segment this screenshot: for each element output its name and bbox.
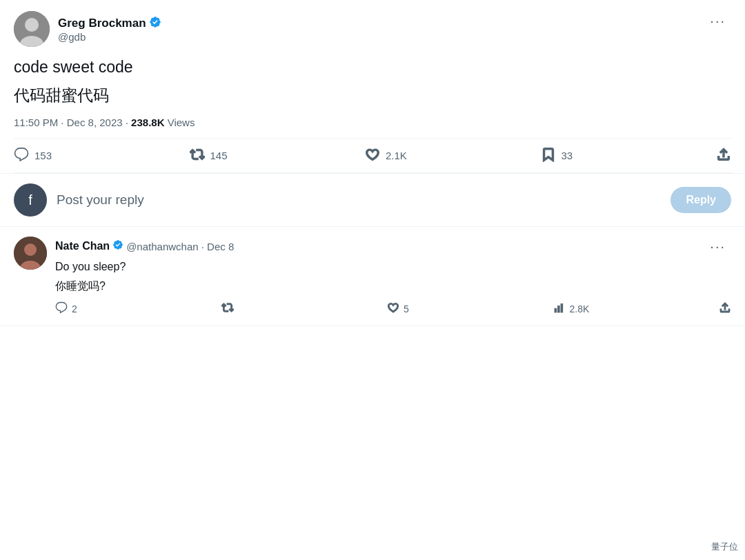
reply-icon (14, 147, 29, 164)
reply-avatar-letter: f (28, 192, 32, 208)
tweet-actions: 153 145 2.1K 33 (14, 138, 731, 173)
avatar (14, 11, 50, 47)
tweet-views-label: Views (164, 117, 195, 128)
reply-button[interactable]: Reply (670, 187, 731, 213)
retweet-action[interactable]: 145 (190, 147, 366, 164)
reply-text-en: Do you sleep? (55, 259, 731, 275)
reply-views-icon (553, 301, 566, 316)
watermark: 量子位 (711, 541, 738, 553)
tweet-container: Greg Brockman @gdb ··· code sweet code 代… (0, 0, 745, 174)
reply-content: Nate Chan @nathanwchan · Dec 8 ··· Do yo… (55, 237, 731, 316)
tweet-timestamp: 11:50 PM · Dec 8, 2023 · (14, 117, 131, 128)
reply-retweet-action[interactable] (221, 301, 388, 316)
reply-action[interactable]: 153 (14, 147, 190, 164)
reply-input[interactable]: Post your reply (57, 192, 661, 208)
tweet-content: code sweet code 代码甜蜜代码 (14, 55, 731, 107)
reply-retweet-icon (221, 301, 234, 316)
reply-like-icon (387, 301, 399, 316)
reply-placeholder: Post your reply (57, 192, 144, 207)
svg-point-4 (24, 243, 37, 256)
reply-share-icon (719, 301, 731, 316)
share-action[interactable] (716, 147, 731, 164)
tweet-meta: 11:50 PM · Dec 8, 2023 · 238.8K Views (14, 117, 731, 128)
tweet-text-en: code sweet code (14, 55, 731, 79)
svg-point-1 (25, 18, 39, 32)
reply-views-action[interactable]: 2.8K (553, 301, 719, 316)
like-count: 2.1K (386, 150, 407, 161)
retweet-icon (190, 147, 205, 164)
reply-user-name: Nate Chan (55, 240, 110, 252)
reply-more-options-button[interactable]: ··· (704, 237, 731, 256)
reply-like-action[interactable]: 5 (387, 301, 553, 316)
tweet-header: Greg Brockman @gdb ··· (14, 11, 731, 47)
reply-box: f Post your reply Reply (0, 174, 745, 227)
retweet-count: 145 (210, 150, 228, 161)
user-handle: @gdb (58, 31, 161, 43)
svg-rect-7 (557, 306, 559, 312)
user-info: Greg Brockman @gdb (58, 16, 161, 43)
reply-views-count: 2.8K (570, 303, 590, 314)
tweet-text-zh: 代码甜蜜代码 (14, 83, 731, 108)
reply-handle-date: @nathanwchan · Dec 8 (126, 241, 234, 252)
like-action[interactable]: 2.1K (365, 147, 541, 164)
verified-badge (149, 16, 161, 31)
tweet-views-count: 238.8K (131, 117, 164, 128)
reply-share-action[interactable] (719, 301, 731, 316)
reply-actions: 2 5 (55, 301, 731, 316)
more-options-button[interactable]: ··· (704, 11, 731, 30)
reply-header: Nate Chan @nathanwchan · Dec 8 ··· (55, 237, 731, 256)
reply-reply-count: 2 (72, 303, 77, 314)
bookmark-count: 33 (562, 150, 573, 161)
user-name: Greg Brockman (58, 17, 146, 30)
svg-rect-6 (555, 309, 556, 312)
reply-text-zh: 你睡觉吗? (55, 278, 731, 294)
reply-user-avatar (14, 237, 47, 270)
reply-like-count: 5 (404, 303, 409, 314)
svg-rect-8 (561, 304, 562, 312)
reply-count: 153 (34, 150, 52, 161)
reply-reply-action[interactable]: 2 (55, 301, 221, 316)
like-icon (365, 147, 380, 164)
reply-avatar: f (14, 183, 47, 217)
share-icon (716, 147, 731, 164)
reply-verified-badge (112, 239, 123, 253)
tweet-header-left: Greg Brockman @gdb (14, 11, 161, 47)
user-name-row: Greg Brockman (58, 16, 161, 31)
reply-tweet-0: Nate Chan @nathanwchan · Dec 8 ··· Do yo… (0, 227, 745, 326)
bookmark-icon (541, 147, 556, 164)
bookmark-action[interactable]: 33 (541, 147, 717, 164)
reply-reply-icon (55, 301, 68, 316)
reply-header-left: Nate Chan @nathanwchan · Dec 8 (55, 239, 234, 253)
